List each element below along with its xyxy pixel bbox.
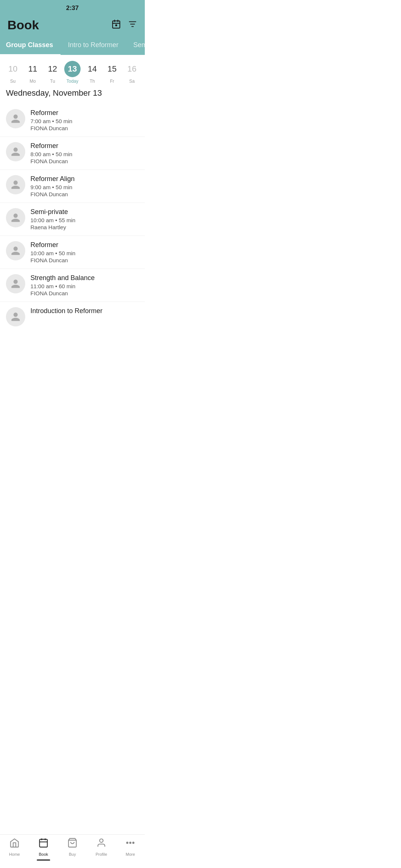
day-number: 12: [45, 61, 61, 77]
class-instructor-1: FIONA Duncan: [30, 125, 139, 131]
class-instructor-2: FIONA Duncan: [30, 158, 139, 164]
class-time-3: 9:00 am • 50 min: [30, 184, 139, 190]
tab-intro-reformer[interactable]: Intro to Reformer: [61, 37, 126, 55]
day-label: Tu: [50, 79, 55, 84]
class-item-3[interactable]: Reformer Align 9:00 am • 50 min FIONA Du…: [0, 170, 145, 203]
class-name-3: Reformer Align: [30, 175, 139, 183]
class-info-7: Introduction to Reformer: [30, 307, 139, 316]
instructor-avatar-2: [6, 142, 25, 161]
day-item-12[interactable]: 12 Tu: [44, 61, 62, 84]
class-item-6[interactable]: Strength and Balance 11:00 am • 60 min F…: [0, 269, 145, 302]
class-info-3: Reformer Align 9:00 am • 50 min FIONA Du…: [30, 175, 139, 197]
day-number: 10: [5, 61, 21, 77]
day-label: Sa: [129, 79, 135, 84]
instructor-avatar-4: [6, 208, 25, 227]
class-name-2: Reformer: [30, 142, 139, 150]
class-instructor-5: FIONA Duncan: [30, 257, 139, 263]
day-label: Mo: [30, 79, 36, 84]
class-time-4: 10:00 am • 55 min: [30, 217, 139, 223]
classes-list: Reformer 7:00 am • 50 min FIONA Duncan R…: [0, 104, 145, 328]
days-strip: 10 Su 11 Mo 12 Tu 13 Today 14 Th 15 Fr: [0, 61, 145, 84]
day-number: 11: [25, 61, 41, 77]
day-label-today: Today: [66, 79, 78, 84]
class-item-5[interactable]: Reformer 10:00 am • 50 min FIONA Duncan: [0, 236, 145, 269]
tab-semi-private[interactable]: Semi-Private: [126, 37, 145, 55]
day-number: 16: [124, 61, 140, 77]
class-info-6: Strength and Balance 11:00 am • 60 min F…: [30, 274, 139, 296]
class-time-1: 7:00 am • 50 min: [30, 118, 139, 124]
class-time-2: 8:00 am • 50 min: [30, 151, 139, 157]
svg-point-4: [115, 24, 117, 26]
class-item-7-partial[interactable]: Introduction to Reformer: [0, 302, 145, 328]
day-number: 13: [64, 61, 81, 77]
day-label: Su: [10, 79, 16, 84]
class-name-6: Strength and Balance: [30, 274, 139, 282]
date-heading: Wednesday, November 13: [0, 84, 145, 101]
class-item-2[interactable]: Reformer 8:00 am • 50 min FIONA Duncan: [0, 137, 145, 170]
day-number: 14: [84, 61, 100, 77]
instructor-avatar-5: [6, 241, 25, 260]
instructor-avatar-6: [6, 274, 25, 293]
class-name-1: Reformer: [30, 109, 139, 117]
day-item-10[interactable]: 10 Su: [4, 61, 22, 84]
instructor-avatar-1: [6, 109, 25, 128]
day-item-16[interactable]: 16 Sa: [123, 61, 141, 84]
status-bar: 2:37: [0, 0, 145, 15]
class-name-5: Reformer: [30, 241, 139, 249]
class-time-5: 10:00 am • 50 min: [30, 250, 139, 256]
day-item-15[interactable]: 15 Fr: [103, 61, 121, 84]
class-info-2: Reformer 8:00 am • 50 min FIONA Duncan: [30, 142, 139, 164]
status-time: 2:37: [66, 4, 79, 12]
class-item-4[interactable]: Semi-private 10:00 am • 55 min Raena Har…: [0, 203, 145, 236]
tab-group-classes[interactable]: Group Classes: [0, 37, 61, 55]
class-instructor-6: FIONA Duncan: [30, 290, 139, 296]
day-number: 15: [104, 61, 120, 77]
instructor-avatar-3: [6, 175, 25, 194]
class-info-5: Reformer 10:00 am • 50 min FIONA Duncan: [30, 241, 139, 263]
class-info-4: Semi-private 10:00 am • 55 min Raena Har…: [30, 208, 139, 230]
day-item-13[interactable]: 13 Today: [63, 61, 81, 84]
class-info-1: Reformer 7:00 am • 50 min FIONA Duncan: [30, 109, 139, 131]
instructor-avatar-7: [6, 307, 25, 326]
day-item-11[interactable]: 11 Mo: [24, 61, 42, 84]
class-name-7: Introduction to Reformer: [30, 307, 139, 315]
page-title: Book: [7, 18, 39, 32]
content-area: 10 Su 11 Mo 12 Tu 13 Today 14 Th 15 Fr: [0, 55, 145, 358]
day-label: Th: [89, 79, 95, 84]
calendar-icon[interactable]: [111, 19, 121, 31]
class-instructor-3: FIONA Duncan: [30, 191, 139, 197]
tabs-container: Group Classes Intro to Reformer Semi-Pri…: [0, 37, 145, 55]
class-instructor-4: Raena Hartley: [30, 224, 139, 230]
header-actions: [111, 19, 137, 31]
day-label: Fr: [110, 79, 114, 84]
calendar-section: 10 Su 11 Mo 12 Tu 13 Today 14 Th 15 Fr: [0, 55, 145, 104]
day-item-14[interactable]: 14 Th: [83, 61, 101, 84]
class-item-1[interactable]: Reformer 7:00 am • 50 min FIONA Duncan: [0, 104, 145, 137]
header: Book: [0, 15, 145, 37]
class-time-6: 11:00 am • 60 min: [30, 283, 139, 289]
filter-icon[interactable]: [128, 19, 137, 31]
class-name-4: Semi-private: [30, 208, 139, 216]
